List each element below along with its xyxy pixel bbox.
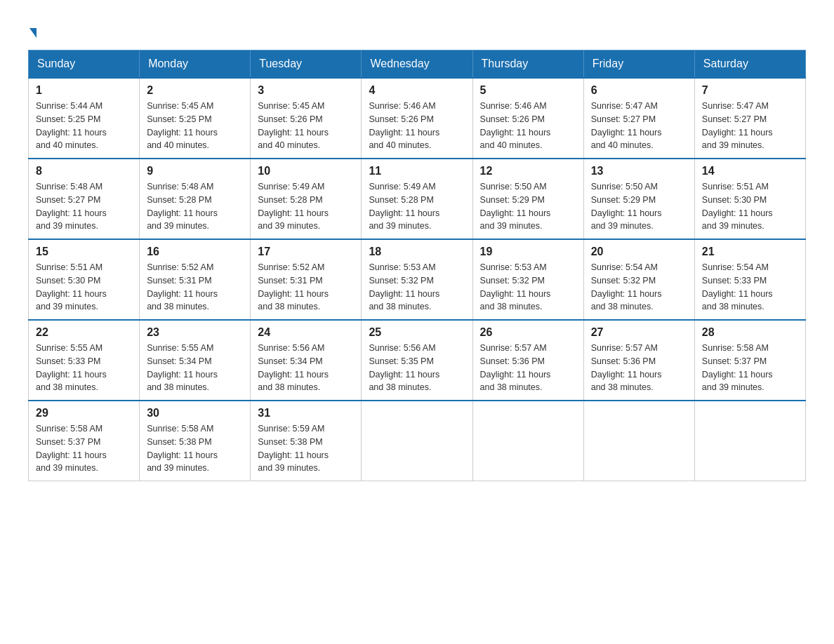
calendar-cell: 16 Sunrise: 5:52 AM Sunset: 5:31 PM Dayl…: [140, 239, 251, 320]
day-number: 11: [369, 165, 465, 177]
calendar-cell: 26 Sunrise: 5:57 AM Sunset: 5:36 PM Dayl…: [472, 320, 583, 401]
day-number: 22: [36, 326, 132, 339]
day-info: Sunrise: 5:45 AM Sunset: 5:26 PM Dayligh…: [258, 100, 354, 152]
day-info: Sunrise: 5:53 AM Sunset: 5:32 PM Dayligh…: [480, 261, 576, 314]
header-thursday: Thursday: [472, 51, 583, 79]
day-number: 15: [36, 246, 132, 258]
calendar-cell: [362, 401, 472, 481]
calendar-cell: 17 Sunrise: 5:52 AM Sunset: 5:31 PM Dayl…: [251, 239, 362, 320]
day-info: Sunrise: 5:54 AM Sunset: 5:32 PM Dayligh…: [591, 261, 687, 314]
calendar-table: SundayMondayTuesdayWednesdayThursdayFrid…: [28, 50, 806, 481]
day-number: 7: [702, 84, 798, 97]
header-saturday: Saturday: [694, 51, 805, 79]
day-info: Sunrise: 5:49 AM Sunset: 5:28 PM Dayligh…: [369, 180, 465, 233]
calendar-cell: 12 Sunrise: 5:50 AM Sunset: 5:29 PM Dayl…: [472, 159, 583, 239]
header-row: SundayMondayTuesdayWednesdayThursdayFrid…: [29, 51, 806, 79]
calendar-cell: 10 Sunrise: 5:49 AM Sunset: 5:28 PM Dayl…: [251, 159, 362, 239]
day-info: Sunrise: 5:51 AM Sunset: 5:30 PM Dayligh…: [702, 180, 798, 233]
header-friday: Friday: [583, 51, 694, 79]
calendar-cell: 11 Sunrise: 5:49 AM Sunset: 5:28 PM Dayl…: [362, 159, 472, 239]
day-info: Sunrise: 5:56 AM Sunset: 5:34 PM Dayligh…: [258, 342, 354, 394]
header-monday: Monday: [140, 51, 251, 79]
day-info: Sunrise: 5:50 AM Sunset: 5:29 PM Dayligh…: [591, 180, 687, 233]
day-number: 20: [591, 246, 687, 258]
day-number: 19: [480, 246, 576, 258]
calendar-cell: 19 Sunrise: 5:53 AM Sunset: 5:32 PM Dayl…: [472, 239, 583, 320]
day-info: Sunrise: 5:57 AM Sunset: 5:36 PM Dayligh…: [591, 342, 687, 394]
calendar-cell: 31 Sunrise: 5:59 AM Sunset: 5:38 PM Dayl…: [251, 401, 362, 481]
day-number: 23: [147, 326, 243, 339]
calendar-cell: 1 Sunrise: 5:44 AM Sunset: 5:25 PM Dayli…: [29, 78, 140, 159]
day-number: 27: [591, 326, 687, 339]
header-tuesday: Tuesday: [251, 51, 362, 79]
day-number: 6: [591, 84, 687, 97]
day-info: Sunrise: 5:51 AM Sunset: 5:30 PM Dayligh…: [36, 261, 132, 314]
day-info: Sunrise: 5:58 AM Sunset: 5:38 PM Dayligh…: [147, 422, 243, 475]
day-number: 8: [36, 165, 132, 177]
day-info: Sunrise: 5:57 AM Sunset: 5:36 PM Dayligh…: [480, 342, 576, 394]
day-info: Sunrise: 5:56 AM Sunset: 5:35 PM Dayligh…: [369, 342, 465, 394]
logo: [28, 21, 37, 43]
calendar-cell: 8 Sunrise: 5:48 AM Sunset: 5:27 PM Dayli…: [29, 159, 140, 239]
week-row-4: 22 Sunrise: 5:55 AM Sunset: 5:33 PM Dayl…: [29, 320, 806, 401]
day-info: Sunrise: 5:54 AM Sunset: 5:33 PM Dayligh…: [702, 261, 798, 314]
day-info: Sunrise: 5:55 AM Sunset: 5:34 PM Dayligh…: [147, 342, 243, 394]
calendar-cell: 20 Sunrise: 5:54 AM Sunset: 5:32 PM Dayl…: [583, 239, 694, 320]
calendar-cell: 29 Sunrise: 5:58 AM Sunset: 5:37 PM Dayl…: [29, 401, 140, 481]
day-info: Sunrise: 5:49 AM Sunset: 5:28 PM Dayligh…: [258, 180, 354, 233]
calendar-cell: 6 Sunrise: 5:47 AM Sunset: 5:27 PM Dayli…: [583, 78, 694, 159]
day-info: Sunrise: 5:52 AM Sunset: 5:31 PM Dayligh…: [147, 261, 243, 314]
day-number: 29: [36, 407, 132, 420]
day-number: 18: [369, 246, 465, 258]
day-number: 25: [369, 326, 465, 339]
day-number: 1: [36, 84, 132, 97]
day-info: Sunrise: 5:58 AM Sunset: 5:37 PM Dayligh…: [36, 422, 132, 475]
day-number: 2: [147, 84, 243, 97]
day-number: 30: [147, 407, 243, 420]
calendar-cell: 9 Sunrise: 5:48 AM Sunset: 5:28 PM Dayli…: [140, 159, 251, 239]
day-info: Sunrise: 5:53 AM Sunset: 5:32 PM Dayligh…: [369, 261, 465, 314]
day-number: 10: [258, 165, 354, 177]
day-number: 13: [591, 165, 687, 177]
day-number: 4: [369, 84, 465, 97]
page-header: [28, 21, 806, 43]
day-number: 24: [258, 326, 354, 339]
logo-arrow-icon: [29, 28, 37, 38]
calendar-cell: [472, 401, 583, 481]
day-info: Sunrise: 5:48 AM Sunset: 5:27 PM Dayligh…: [36, 180, 132, 233]
day-info: Sunrise: 5:44 AM Sunset: 5:25 PM Dayligh…: [36, 100, 132, 152]
calendar-cell: 21 Sunrise: 5:54 AM Sunset: 5:33 PM Dayl…: [694, 239, 805, 320]
calendar-cell: 18 Sunrise: 5:53 AM Sunset: 5:32 PM Dayl…: [362, 239, 472, 320]
header-wednesday: Wednesday: [362, 51, 472, 79]
day-info: Sunrise: 5:52 AM Sunset: 5:31 PM Dayligh…: [258, 261, 354, 314]
day-number: 28: [702, 326, 798, 339]
calendar-cell: 25 Sunrise: 5:56 AM Sunset: 5:35 PM Dayl…: [362, 320, 472, 401]
calendar-cell: 13 Sunrise: 5:50 AM Sunset: 5:29 PM Dayl…: [583, 159, 694, 239]
calendar-cell: 5 Sunrise: 5:46 AM Sunset: 5:26 PM Dayli…: [472, 78, 583, 159]
day-number: 12: [480, 165, 576, 177]
day-info: Sunrise: 5:58 AM Sunset: 5:37 PM Dayligh…: [702, 342, 798, 394]
day-info: Sunrise: 5:55 AM Sunset: 5:33 PM Dayligh…: [36, 342, 132, 394]
day-info: Sunrise: 5:48 AM Sunset: 5:28 PM Dayligh…: [147, 180, 243, 233]
day-number: 31: [258, 407, 354, 420]
day-number: 21: [702, 246, 798, 258]
calendar-cell: [694, 401, 805, 481]
logo-top: [28, 21, 37, 43]
calendar-cell: 4 Sunrise: 5:46 AM Sunset: 5:26 PM Dayli…: [362, 78, 472, 159]
calendar-cell: 15 Sunrise: 5:51 AM Sunset: 5:30 PM Dayl…: [29, 239, 140, 320]
day-info: Sunrise: 5:59 AM Sunset: 5:38 PM Dayligh…: [258, 422, 354, 475]
day-number: 14: [702, 165, 798, 177]
day-info: Sunrise: 5:46 AM Sunset: 5:26 PM Dayligh…: [480, 100, 576, 152]
calendar-cell: 27 Sunrise: 5:57 AM Sunset: 5:36 PM Dayl…: [583, 320, 694, 401]
calendar-cell: 23 Sunrise: 5:55 AM Sunset: 5:34 PM Dayl…: [140, 320, 251, 401]
calendar-cell: 2 Sunrise: 5:45 AM Sunset: 5:25 PM Dayli…: [140, 78, 251, 159]
day-info: Sunrise: 5:46 AM Sunset: 5:26 PM Dayligh…: [369, 100, 465, 152]
day-number: 17: [258, 246, 354, 258]
day-number: 16: [147, 246, 243, 258]
calendar-cell: 28 Sunrise: 5:58 AM Sunset: 5:37 PM Dayl…: [694, 320, 805, 401]
day-number: 26: [480, 326, 576, 339]
calendar-cell: 14 Sunrise: 5:51 AM Sunset: 5:30 PM Dayl…: [694, 159, 805, 239]
header-sunday: Sunday: [29, 51, 140, 79]
calendar-cell: 7 Sunrise: 5:47 AM Sunset: 5:27 PM Dayli…: [694, 78, 805, 159]
day-info: Sunrise: 5:50 AM Sunset: 5:29 PM Dayligh…: [480, 180, 576, 233]
